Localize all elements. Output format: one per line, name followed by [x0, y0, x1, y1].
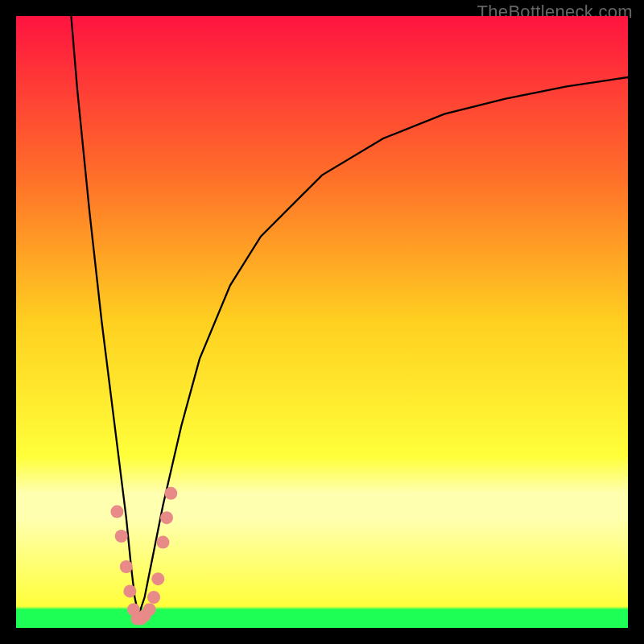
marker-dot	[147, 591, 160, 604]
marker-dot	[120, 560, 133, 573]
marker-dot	[151, 572, 164, 585]
marker-dot	[156, 536, 169, 549]
marker-dot	[160, 511, 173, 524]
marker-dot	[115, 530, 128, 543]
curve-layer	[16, 16, 628, 628]
marker-dot	[123, 584, 136, 597]
chart-frame: TheBottleneck.com	[16, 16, 628, 628]
marker-dots	[110, 487, 177, 625]
marker-dot	[143, 603, 156, 616]
plot-area	[16, 16, 628, 628]
marker-dot	[110, 506, 123, 518]
bottleneck-curve	[71, 16, 628, 616]
marker-dot	[164, 487, 177, 500]
